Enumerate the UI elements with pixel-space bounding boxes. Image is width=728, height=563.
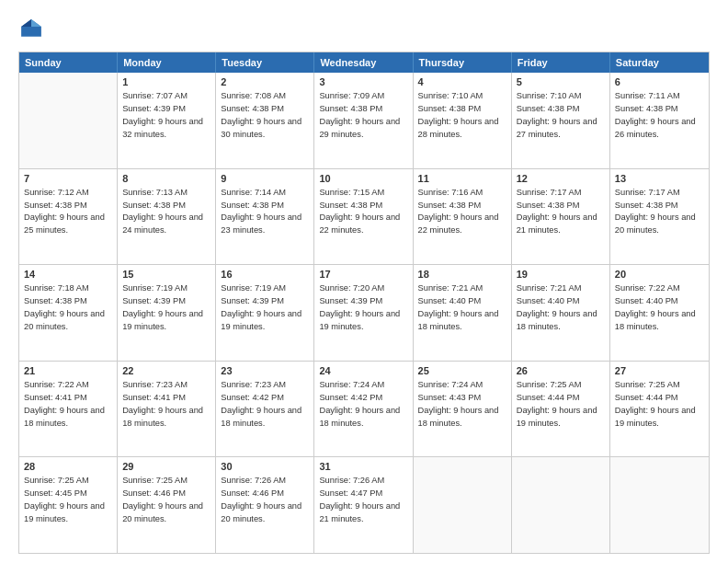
day-number: 4 <box>418 76 506 87</box>
day-number: 15 <box>122 269 210 280</box>
cal-cell: 26Sunrise: 7:25 AMSunset: 4:44 PMDayligh… <box>512 362 610 457</box>
day-number: 5 <box>517 76 605 87</box>
cal-header-friday: Friday <box>512 52 610 73</box>
sunset-text: Sunset: 4:42 PM <box>221 392 309 405</box>
cal-cell: 25Sunrise: 7:24 AMSunset: 4:43 PMDayligh… <box>414 362 512 457</box>
svg-marker-1 <box>31 19 41 27</box>
day-number: 22 <box>122 365 210 376</box>
day-number: 19 <box>517 269 605 280</box>
sunrise-text: Sunrise: 7:14 AM <box>221 187 309 200</box>
sunrise-text: Sunrise: 7:24 AM <box>319 379 407 392</box>
cal-cell: 11Sunrise: 7:16 AMSunset: 4:38 PMDayligh… <box>414 169 512 265</box>
sunrise-text: Sunrise: 7:25 AM <box>122 475 210 488</box>
day-number: 26 <box>517 365 605 376</box>
cal-cell: 28Sunrise: 7:25 AMSunset: 4:45 PMDayligh… <box>19 457 118 553</box>
sunset-text: Sunset: 4:39 PM <box>319 295 407 308</box>
cal-header-tuesday: Tuesday <box>216 52 314 73</box>
cal-header-sunday: Sunday <box>19 52 118 73</box>
cal-cell: 24Sunrise: 7:24 AMSunset: 4:42 PMDayligh… <box>314 362 413 457</box>
day-number: 16 <box>221 269 309 280</box>
cal-cell: 17Sunrise: 7:20 AMSunset: 4:39 PMDayligh… <box>314 265 413 361</box>
sunrise-text: Sunrise: 7:07 AM <box>122 90 210 103</box>
day-number: 18 <box>418 269 506 280</box>
day-number: 10 <box>319 173 407 184</box>
daylight-text: Daylight: 9 hours and 25 minutes. <box>24 212 112 237</box>
sunset-text: Sunset: 4:38 PM <box>615 103 704 116</box>
sunrise-text: Sunrise: 7:15 AM <box>319 187 407 200</box>
sunrise-text: Sunrise: 7:25 AM <box>24 475 112 488</box>
day-number: 24 <box>319 365 407 376</box>
sunset-text: Sunset: 4:41 PM <box>24 392 112 405</box>
day-number: 2 <box>221 76 309 87</box>
day-number: 31 <box>319 461 407 472</box>
sunrise-text: Sunrise: 7:17 AM <box>517 187 605 200</box>
sunset-text: Sunset: 4:38 PM <box>122 200 210 213</box>
cal-cell: 23Sunrise: 7:23 AMSunset: 4:42 PMDayligh… <box>216 362 314 457</box>
sunset-text: Sunset: 4:38 PM <box>418 103 506 116</box>
cal-cell: 29Sunrise: 7:25 AMSunset: 4:46 PMDayligh… <box>118 457 216 553</box>
sunset-text: Sunset: 4:40 PM <box>615 295 704 308</box>
daylight-text: Daylight: 9 hours and 20 minutes. <box>24 308 112 334</box>
sunset-text: Sunset: 4:43 PM <box>418 392 506 405</box>
daylight-text: Daylight: 9 hours and 19 minutes. <box>615 405 704 431</box>
daylight-text: Daylight: 9 hours and 19 minutes. <box>517 405 605 431</box>
sunrise-text: Sunrise: 7:13 AM <box>122 187 210 200</box>
cal-cell: 15Sunrise: 7:19 AMSunset: 4:39 PMDayligh… <box>118 265 216 361</box>
sunrise-text: Sunrise: 7:24 AM <box>418 379 506 392</box>
daylight-text: Daylight: 9 hours and 21 minutes. <box>319 500 407 526</box>
daylight-text: Daylight: 9 hours and 19 minutes. <box>122 308 210 334</box>
daylight-text: Daylight: 9 hours and 18 minutes. <box>122 405 210 431</box>
daylight-text: Daylight: 9 hours and 24 minutes. <box>122 212 210 237</box>
daylight-text: Daylight: 9 hours and 20 minutes. <box>615 212 704 237</box>
day-number: 1 <box>122 76 210 87</box>
cal-cell <box>414 457 512 553</box>
day-number: 20 <box>615 269 704 280</box>
day-number: 30 <box>221 461 309 472</box>
sunrise-text: Sunrise: 7:20 AM <box>319 282 407 295</box>
daylight-text: Daylight: 9 hours and 30 minutes. <box>221 116 309 142</box>
daylight-text: Daylight: 9 hours and 27 minutes. <box>517 116 605 142</box>
sunrise-text: Sunrise: 7:21 AM <box>517 282 605 295</box>
sunrise-text: Sunrise: 7:16 AM <box>418 187 506 200</box>
daylight-text: Daylight: 9 hours and 20 minutes. <box>122 500 210 526</box>
cal-cell: 2Sunrise: 7:08 AMSunset: 4:38 PMDaylight… <box>216 73 314 168</box>
daylight-text: Daylight: 9 hours and 22 minutes. <box>418 212 506 237</box>
cal-cell: 13Sunrise: 7:17 AMSunset: 4:38 PMDayligh… <box>610 169 709 265</box>
day-number: 9 <box>221 173 309 184</box>
sunrise-text: Sunrise: 7:22 AM <box>615 282 704 295</box>
daylight-text: Daylight: 9 hours and 29 minutes. <box>319 116 407 142</box>
daylight-text: Daylight: 9 hours and 18 minutes. <box>418 308 506 334</box>
cal-cell <box>19 73 118 168</box>
cal-cell: 18Sunrise: 7:21 AMSunset: 4:40 PMDayligh… <box>414 265 512 361</box>
sunset-text: Sunset: 4:39 PM <box>122 295 210 308</box>
cal-cell: 30Sunrise: 7:26 AMSunset: 4:46 PMDayligh… <box>216 457 314 553</box>
day-number: 8 <box>122 173 210 184</box>
sunset-text: Sunset: 4:44 PM <box>517 392 605 405</box>
sunrise-text: Sunrise: 7:23 AM <box>221 379 309 392</box>
sunset-text: Sunset: 4:39 PM <box>221 295 309 308</box>
daylight-text: Daylight: 9 hours and 19 minutes. <box>319 308 407 334</box>
sunset-text: Sunset: 4:41 PM <box>122 392 210 405</box>
sunset-text: Sunset: 4:38 PM <box>221 200 309 213</box>
cal-cell: 31Sunrise: 7:26 AMSunset: 4:47 PMDayligh… <box>314 457 413 553</box>
day-number: 6 <box>615 76 704 87</box>
daylight-text: Daylight: 9 hours and 19 minutes. <box>221 308 309 334</box>
daylight-text: Daylight: 9 hours and 20 minutes. <box>221 500 309 526</box>
day-number: 12 <box>517 173 605 184</box>
daylight-text: Daylight: 9 hours and 18 minutes. <box>418 405 506 431</box>
day-number: 27 <box>615 365 704 376</box>
cal-cell: 21Sunrise: 7:22 AMSunset: 4:41 PMDayligh… <box>19 362 118 457</box>
calendar-body: 1Sunrise: 7:07 AMSunset: 4:39 PMDaylight… <box>19 73 709 553</box>
day-number: 14 <box>24 269 112 280</box>
cal-cell: 14Sunrise: 7:18 AMSunset: 4:38 PMDayligh… <box>19 265 118 361</box>
sunset-text: Sunset: 4:38 PM <box>517 103 605 116</box>
calendar: SundayMondayTuesdayWednesdayThursdayFrid… <box>18 52 710 554</box>
cal-cell <box>512 457 610 553</box>
sunset-text: Sunset: 4:47 PM <box>319 488 407 500</box>
sunrise-text: Sunrise: 7:26 AM <box>319 475 407 488</box>
day-number: 11 <box>418 173 506 184</box>
sunrise-text: Sunrise: 7:12 AM <box>24 187 112 200</box>
daylight-text: Daylight: 9 hours and 21 minutes. <box>517 212 605 237</box>
daylight-text: Daylight: 9 hours and 18 minutes. <box>24 405 112 431</box>
cal-cell: 1Sunrise: 7:07 AMSunset: 4:39 PMDaylight… <box>118 73 216 168</box>
